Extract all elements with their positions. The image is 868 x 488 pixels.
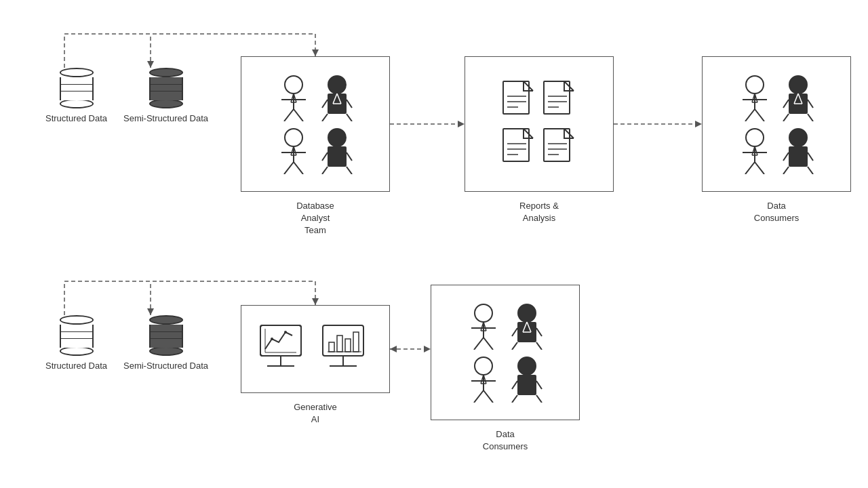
structured-data-bottom-label: Structured Data bbox=[45, 360, 107, 372]
svg-line-97 bbox=[783, 167, 789, 174]
svg-point-87 bbox=[746, 129, 764, 146]
svg-line-146 bbox=[512, 381, 517, 389]
svg-line-137 bbox=[474, 390, 484, 403]
svg-point-19 bbox=[285, 76, 302, 94]
svg-line-130 bbox=[512, 342, 517, 350]
svg-line-34 bbox=[322, 100, 328, 108]
svg-line-132 bbox=[512, 328, 517, 336]
svg-line-22 bbox=[284, 109, 294, 121]
svg-line-47 bbox=[347, 167, 352, 174]
data-consumers-bottom-box bbox=[431, 285, 580, 420]
person-icon-3 bbox=[275, 127, 313, 174]
svg-point-78 bbox=[789, 76, 807, 94]
semi-structured-data-top-label: Semi-Structured Data bbox=[123, 113, 208, 125]
svg-line-86 bbox=[808, 100, 813, 108]
generative-ai-box bbox=[241, 305, 390, 393]
consumer-bottom-icon-1 bbox=[465, 302, 502, 350]
svg-line-23 bbox=[294, 109, 303, 121]
semi-structured-data-bottom: Semi-Structured Data bbox=[123, 315, 208, 372]
svg-line-131 bbox=[536, 342, 542, 350]
diagram-container: Structured Data Semi-Structured Data bbox=[0, 0, 868, 488]
svg-point-36 bbox=[285, 129, 302, 146]
svg-marker-18 bbox=[390, 346, 397, 352]
analyst-team-label: DatabaseAnalystTeam bbox=[241, 200, 390, 237]
svg-point-117 bbox=[475, 304, 492, 322]
cylinder-dark-bottom bbox=[149, 315, 183, 356]
consumer-icon-3 bbox=[736, 127, 774, 174]
svg-rect-60 bbox=[503, 129, 529, 161]
svg-line-85 bbox=[783, 100, 789, 108]
svg-rect-114 bbox=[345, 339, 351, 352]
svg-point-70 bbox=[746, 76, 764, 94]
svg-rect-115 bbox=[353, 332, 359, 352]
doc-icon-2 bbox=[542, 80, 576, 121]
consumer-bottom-icon-2 bbox=[508, 302, 546, 350]
svg-point-106 bbox=[284, 331, 287, 333]
svg-line-145 bbox=[536, 395, 542, 403]
doc-icon-3 bbox=[502, 127, 536, 168]
svg-point-95 bbox=[789, 129, 807, 146]
svg-rect-55 bbox=[544, 81, 570, 114]
monitor-icon-2 bbox=[319, 322, 374, 376]
svg-rect-96 bbox=[789, 146, 808, 167]
consumer-bottom-icon-4 bbox=[508, 355, 546, 403]
consumers-bottom-icons bbox=[458, 296, 553, 409]
svg-rect-102 bbox=[260, 325, 301, 356]
analyst-icons bbox=[268, 67, 363, 181]
svg-point-142 bbox=[518, 357, 536, 375]
cylinder-light-bottom bbox=[60, 315, 94, 356]
svg-rect-50 bbox=[503, 81, 529, 114]
consumers-top-icons bbox=[729, 67, 824, 181]
svg-marker-3 bbox=[312, 49, 319, 56]
svg-line-39 bbox=[284, 162, 294, 174]
svg-marker-17 bbox=[424, 346, 431, 352]
svg-marker-15 bbox=[147, 308, 154, 315]
structured-data-top-label: Structured Data bbox=[45, 113, 107, 125]
consumer-bottom-icon-3 bbox=[465, 355, 502, 403]
svg-marker-9 bbox=[695, 121, 702, 127]
person-icon-1 bbox=[275, 74, 313, 121]
svg-marker-13 bbox=[312, 298, 319, 305]
monitor-icons bbox=[257, 322, 374, 376]
consumer-icon-2 bbox=[779, 74, 817, 121]
svg-line-144 bbox=[512, 395, 517, 403]
svg-line-147 bbox=[536, 381, 542, 389]
svg-marker-7 bbox=[458, 121, 465, 127]
doc-icon-1 bbox=[502, 80, 536, 121]
svg-line-73 bbox=[745, 109, 755, 121]
reports-box bbox=[465, 56, 614, 192]
svg-point-27 bbox=[328, 76, 346, 94]
semi-structured-data-top: Semi-Structured Data bbox=[123, 68, 208, 125]
cylinder-dark-top bbox=[149, 68, 183, 108]
svg-point-134 bbox=[475, 357, 492, 375]
svg-rect-113 bbox=[337, 336, 342, 352]
consumer-icon-4 bbox=[779, 127, 817, 174]
svg-rect-143 bbox=[517, 375, 536, 395]
svg-marker-5 bbox=[147, 61, 154, 68]
analyst-team-box bbox=[241, 56, 390, 192]
svg-line-120 bbox=[474, 338, 484, 350]
svg-point-105 bbox=[271, 338, 273, 340]
reports-icons bbox=[495, 73, 583, 175]
svg-line-138 bbox=[484, 390, 493, 403]
svg-line-46 bbox=[322, 167, 328, 174]
structured-data-bottom: Structured Data bbox=[45, 315, 107, 372]
svg-line-32 bbox=[322, 114, 328, 121]
svg-rect-101 bbox=[260, 325, 301, 356]
svg-line-40 bbox=[294, 162, 303, 174]
person-icon-2 bbox=[318, 74, 356, 121]
svg-line-48 bbox=[322, 152, 328, 161]
svg-line-74 bbox=[755, 109, 764, 121]
reports-label: Reports &Analysis bbox=[465, 200, 614, 224]
doc-icon-4 bbox=[542, 127, 576, 168]
data-consumers-bottom-label: DataConsumers bbox=[431, 428, 580, 453]
data-consumers-top-label: DataConsumers bbox=[702, 200, 851, 224]
svg-point-44 bbox=[328, 129, 346, 146]
monitor-icon-1 bbox=[257, 322, 311, 376]
svg-line-121 bbox=[484, 338, 493, 350]
svg-line-83 bbox=[783, 114, 789, 121]
consumer-icon-1 bbox=[736, 74, 774, 121]
person-icon-4 bbox=[318, 127, 356, 174]
svg-line-133 bbox=[536, 328, 542, 336]
semi-structured-data-bottom-label: Semi-Structured Data bbox=[123, 360, 208, 372]
